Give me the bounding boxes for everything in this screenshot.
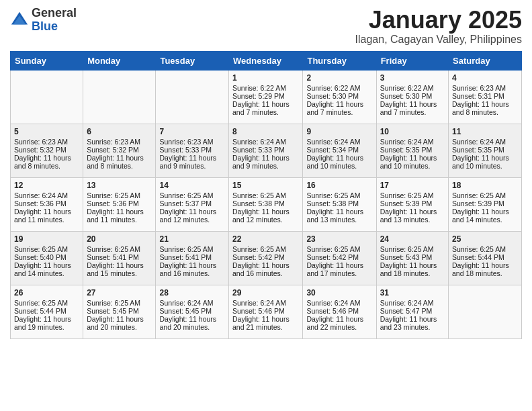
sunrise-text: Sunrise: 6:25 AM xyxy=(87,245,152,253)
sunset-text: Sunset: 5:35 PM xyxy=(452,146,518,154)
calendar-cell: 29Sunrise: 6:24 AMSunset: 5:46 PMDayligh… xyxy=(229,285,303,338)
daylight-text: Daylight: 11 hours and 23 minutes. xyxy=(380,315,445,331)
calendar-cell: 31Sunrise: 6:24 AMSunset: 5:47 PMDayligh… xyxy=(376,285,448,338)
calendar-cell: 21Sunrise: 6:25 AMSunset: 5:41 PMDayligh… xyxy=(156,231,229,285)
sunrise-text: Sunrise: 6:24 AM xyxy=(14,191,79,199)
calendar-cell: 9Sunrise: 6:24 AMSunset: 5:34 PMDaylight… xyxy=(303,124,376,177)
calendar-week-4: 19Sunrise: 6:25 AMSunset: 5:40 PMDayligh… xyxy=(11,231,522,285)
sunset-text: Sunset: 5:42 PM xyxy=(306,253,372,261)
day-number: 27 xyxy=(87,288,152,298)
calendar-cell: 30Sunrise: 6:24 AMSunset: 5:46 PMDayligh… xyxy=(303,285,376,338)
daylight-text: Daylight: 11 hours and 7 minutes. xyxy=(380,100,445,116)
daylight-text: Daylight: 11 hours and 17 minutes. xyxy=(306,261,372,277)
day-number: 29 xyxy=(232,288,299,298)
sunrise-text: Sunrise: 6:25 AM xyxy=(87,299,152,307)
calendar-week-3: 12Sunrise: 6:24 AMSunset: 5:36 PMDayligh… xyxy=(11,177,522,231)
daylight-text: Daylight: 11 hours and 12 minutes. xyxy=(232,208,299,224)
day-number: 25 xyxy=(452,234,518,244)
sunset-text: Sunset: 5:46 PM xyxy=(306,307,372,315)
day-number: 1 xyxy=(232,73,299,83)
calendar-cell: 14Sunrise: 6:25 AMSunset: 5:37 PMDayligh… xyxy=(156,177,229,231)
day-number: 19 xyxy=(14,234,79,244)
daylight-text: Daylight: 11 hours and 9 minutes. xyxy=(159,154,225,170)
sunrise-text: Sunrise: 6:23 AM xyxy=(159,138,225,146)
logo-blue: Blue xyxy=(32,20,77,34)
day-number: 2 xyxy=(306,73,372,83)
calendar-cell: 3Sunrise: 6:22 AMSunset: 5:30 PMDaylight… xyxy=(376,70,448,124)
sunset-text: Sunset: 5:31 PM xyxy=(452,92,518,100)
daylight-text: Daylight: 11 hours and 21 minutes. xyxy=(232,315,299,331)
sunset-text: Sunset: 5:29 PM xyxy=(232,92,299,100)
calendar-cell: 13Sunrise: 6:25 AMSunset: 5:36 PMDayligh… xyxy=(83,177,156,231)
calendar-subtitle: Ilagan, Cagayan Valley, Philippines xyxy=(355,34,522,46)
daylight-text: Daylight: 11 hours and 13 minutes. xyxy=(380,208,445,224)
daylight-text: Daylight: 11 hours and 11 minutes. xyxy=(87,208,152,224)
sunrise-text: Sunrise: 6:25 AM xyxy=(452,245,518,253)
daylight-text: Daylight: 11 hours and 10 minutes. xyxy=(306,154,372,170)
daylight-text: Daylight: 11 hours and 18 minutes. xyxy=(452,261,518,277)
day-number: 8 xyxy=(232,127,299,136)
sunset-text: Sunset: 5:34 PM xyxy=(306,146,372,154)
logo-general: General xyxy=(32,7,77,20)
page-container: General Blue January 2025 Ilagan, Cagaya… xyxy=(0,0,532,346)
sunset-text: Sunset: 5:45 PM xyxy=(87,307,152,315)
day-number: 14 xyxy=(159,181,225,190)
sunrise-text: Sunrise: 6:25 AM xyxy=(306,245,372,253)
day-number: 31 xyxy=(380,288,445,298)
calendar-cell: 27Sunrise: 6:25 AMSunset: 5:45 PMDayligh… xyxy=(83,285,156,338)
sunset-text: Sunset: 5:32 PM xyxy=(14,146,79,154)
calendar-cell: 12Sunrise: 6:24 AMSunset: 5:36 PMDayligh… xyxy=(11,177,83,231)
day-number: 26 xyxy=(14,288,79,298)
col-thursday: Thursday xyxy=(303,51,376,70)
sunset-text: Sunset: 5:30 PM xyxy=(380,92,445,100)
daylight-text: Daylight: 11 hours and 8 minutes. xyxy=(14,154,79,170)
sunset-text: Sunset: 5:32 PM xyxy=(87,146,152,154)
logo-icon xyxy=(10,11,29,30)
daylight-text: Daylight: 11 hours and 22 minutes. xyxy=(306,315,372,331)
day-number: 16 xyxy=(306,181,372,190)
sunset-text: Sunset: 5:39 PM xyxy=(452,199,518,208)
sunrise-text: Sunrise: 6:24 AM xyxy=(306,138,372,146)
sunrise-text: Sunrise: 6:25 AM xyxy=(232,191,299,199)
day-number: 15 xyxy=(232,181,299,190)
sunset-text: Sunset: 5:39 PM xyxy=(380,199,445,208)
daylight-text: Daylight: 11 hours and 9 minutes. xyxy=(232,154,299,170)
sunrise-text: Sunrise: 6:24 AM xyxy=(452,138,518,146)
calendar-cell: 17Sunrise: 6:25 AMSunset: 5:39 PMDayligh… xyxy=(376,177,448,231)
sunset-text: Sunset: 5:33 PM xyxy=(232,146,299,154)
logo-text: General Blue xyxy=(32,7,77,34)
sunrise-text: Sunrise: 6:25 AM xyxy=(14,245,79,253)
sunrise-text: Sunrise: 6:25 AM xyxy=(87,191,152,199)
daylight-text: Daylight: 11 hours and 12 minutes. xyxy=(159,208,225,224)
day-number: 13 xyxy=(87,181,152,190)
sunrise-text: Sunrise: 6:23 AM xyxy=(452,84,518,92)
sunrise-text: Sunrise: 6:22 AM xyxy=(380,84,445,92)
daylight-text: Daylight: 11 hours and 10 minutes. xyxy=(452,154,518,170)
calendar-cell: 1Sunrise: 6:22 AMSunset: 5:29 PMDaylight… xyxy=(229,70,303,124)
day-number: 17 xyxy=(380,181,445,190)
sunrise-text: Sunrise: 6:24 AM xyxy=(380,138,445,146)
daylight-text: Daylight: 11 hours and 8 minutes. xyxy=(452,100,518,116)
daylight-text: Daylight: 11 hours and 7 minutes. xyxy=(306,100,372,116)
sunrise-text: Sunrise: 6:25 AM xyxy=(159,191,225,199)
day-number: 18 xyxy=(452,181,518,190)
day-number: 30 xyxy=(306,288,372,298)
sunrise-text: Sunrise: 6:22 AM xyxy=(232,84,299,92)
col-friday: Friday xyxy=(376,51,448,70)
calendar-cell: 24Sunrise: 6:25 AMSunset: 5:43 PMDayligh… xyxy=(376,231,448,285)
calendar-cell: 23Sunrise: 6:25 AMSunset: 5:42 PMDayligh… xyxy=(303,231,376,285)
sunrise-text: Sunrise: 6:23 AM xyxy=(87,138,152,146)
sunrise-text: Sunrise: 6:24 AM xyxy=(232,138,299,146)
sunrise-text: Sunrise: 6:22 AM xyxy=(306,84,372,92)
sunrise-text: Sunrise: 6:24 AM xyxy=(159,299,225,307)
calendar-cell: 8Sunrise: 6:24 AMSunset: 5:33 PMDaylight… xyxy=(229,124,303,177)
col-wednesday: Wednesday xyxy=(229,51,303,70)
calendar-title: January 2025 xyxy=(355,7,522,34)
calendar-cell: 19Sunrise: 6:25 AMSunset: 5:40 PMDayligh… xyxy=(11,231,83,285)
calendar-cell: 26Sunrise: 6:25 AMSunset: 5:44 PMDayligh… xyxy=(11,285,83,338)
col-monday: Monday xyxy=(83,51,156,70)
sunset-text: Sunset: 5:40 PM xyxy=(14,253,79,261)
sunrise-text: Sunrise: 6:24 AM xyxy=(232,299,299,307)
calendar-cell: 5Sunrise: 6:23 AMSunset: 5:32 PMDaylight… xyxy=(11,124,83,177)
day-number: 23 xyxy=(306,234,372,244)
